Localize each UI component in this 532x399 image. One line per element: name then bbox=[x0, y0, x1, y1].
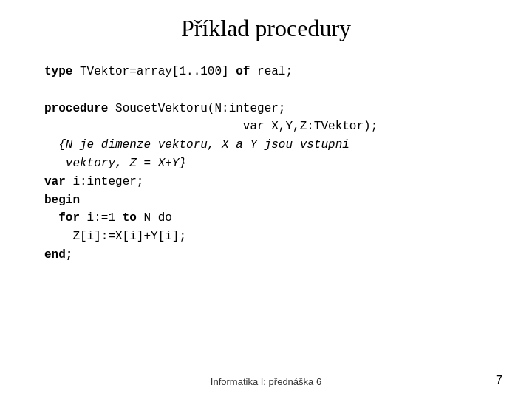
code-line-6: vektory, Z = X+Y} bbox=[44, 154, 502, 173]
keyword-procedure: procedure bbox=[44, 102, 108, 115]
code-text-9a: i:=1 bbox=[80, 211, 123, 225]
code-text-3: SoucetVektoru(N:integer; bbox=[108, 102, 285, 115]
code-block: type TVektor=array[1..100] of real; proc… bbox=[44, 63, 502, 265]
code-text-7: i:integer; bbox=[66, 175, 144, 188]
slide: Příklad procedury type TVektor=array[1..… bbox=[0, 0, 532, 399]
slide-title: Příklad procedury bbox=[30, 15, 502, 42]
code-line-10: Z[i]:=X[i]+Y[i]; bbox=[44, 228, 502, 246]
code-line-8: begin bbox=[44, 191, 502, 210]
keyword-var: var bbox=[44, 175, 66, 188]
keyword-begin: begin bbox=[44, 194, 80, 207]
code-text-1b: real; bbox=[250, 65, 293, 78]
keyword-for: for bbox=[44, 211, 80, 225]
code-text-9b: N do bbox=[137, 211, 172, 225]
code-line-7: var i:integer; bbox=[44, 173, 502, 191]
code-line-4: var X,Y,Z:TVektor); bbox=[44, 117, 502, 136]
keyword-to: to bbox=[123, 211, 137, 225]
footer-text: Informatika I: přednáška 6 bbox=[211, 376, 321, 387]
code-line-5: {N je dimenze vektoru, X a Y jsou vstupn… bbox=[44, 136, 502, 154]
code-line-11: end; bbox=[44, 246, 502, 265]
code-line-blank bbox=[44, 81, 502, 100]
keyword-type: type bbox=[44, 65, 72, 78]
keyword-end: end; bbox=[44, 248, 72, 262]
code-line-9: for i:=1 to N do bbox=[44, 209, 502, 228]
page-number: 7 bbox=[496, 374, 502, 387]
code-text-1: TVektor=array[1..100] bbox=[72, 65, 236, 78]
code-line-3: procedure SoucetVektoru(N:integer; bbox=[44, 100, 502, 118]
footer: Informatika I: přednáška 6 bbox=[0, 376, 532, 387]
keyword-of: of bbox=[236, 65, 250, 78]
code-line-1: type TVektor=array[1..100] of real; bbox=[44, 63, 502, 81]
